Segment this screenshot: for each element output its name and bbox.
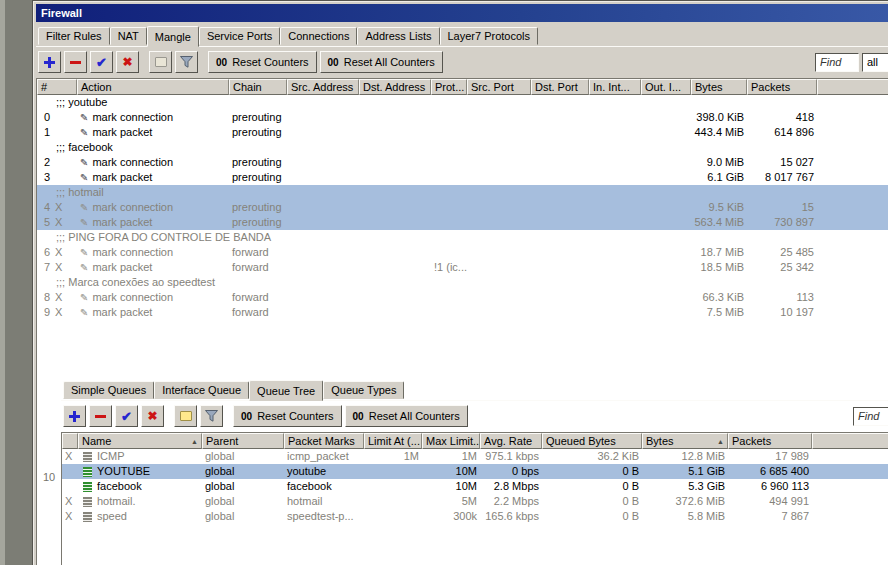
comment-row[interactable]: ;;; PING FORA DO CONTROLE DE BANDA bbox=[37, 230, 888, 245]
find-input[interactable]: Find bbox=[853, 407, 888, 426]
column-header[interactable]: Limit At (... bbox=[364, 433, 422, 449]
column-header[interactable]: Packets bbox=[728, 433, 812, 449]
column-header[interactable]: In. Int... bbox=[589, 79, 641, 95]
rule-row[interactable]: 7X✎mark packetforward!1 (ic...18.5 MiB25… bbox=[37, 260, 888, 275]
cell: 25 342 bbox=[747, 260, 817, 275]
queue-row[interactable]: Xhotmail.globalhotmail5M2.2 Mbps0 B372.6… bbox=[62, 494, 888, 509]
enable-button[interactable]: ✔ bbox=[90, 51, 113, 73]
queue-row[interactable]: Xspeedglobalspeedtest-p...300k165.6 kbps… bbox=[62, 509, 888, 524]
find-input[interactable]: Find bbox=[815, 53, 859, 72]
column-header[interactable]: # bbox=[37, 79, 77, 95]
cell: 5.1 GiB bbox=[642, 464, 728, 479]
rule-row[interactable]: 6X✎mark connectionforward18.7 MiB25 485 bbox=[37, 245, 888, 260]
column-header[interactable]: Action bbox=[77, 79, 229, 95]
column-header[interactable]: Out. I... bbox=[641, 79, 691, 95]
column-header[interactable]: Bytes bbox=[691, 79, 747, 95]
rule-row[interactable]: 3✎mark packetprerouting6.1 GiB8 017 767 bbox=[37, 170, 888, 185]
tab-layer7-protocols[interactable]: Layer7 Protocols bbox=[440, 27, 539, 45]
cell: 7.5 MiB bbox=[691, 305, 747, 320]
cell bbox=[641, 260, 691, 275]
action-label: mark packet bbox=[92, 171, 152, 183]
remove-button[interactable] bbox=[64, 51, 87, 73]
cell: 6 960 113 bbox=[728, 479, 812, 494]
filter-scope-dropdown[interactable]: all ▼ bbox=[862, 53, 888, 72]
reset-all-counters-button[interactable]: 00 Reset All Counters bbox=[345, 405, 468, 427]
tab-connections[interactable]: Connections bbox=[280, 27, 357, 45]
column-header[interactable]: Name▲ bbox=[78, 433, 202, 449]
tab-nat[interactable]: NAT bbox=[110, 27, 147, 45]
comment-row[interactable]: ;;; facebook bbox=[37, 140, 888, 155]
rule-row[interactable]: 4X✎mark connectionprerouting9.5 KiB15 bbox=[37, 200, 888, 215]
cell-filler bbox=[817, 245, 888, 260]
column-header[interactable] bbox=[62, 433, 78, 449]
cell: 36.2 KiB bbox=[542, 449, 642, 464]
add-button[interactable] bbox=[38, 51, 61, 73]
reset-counters-button[interactable]: 00 Reset Counters bbox=[233, 405, 342, 427]
remove-button[interactable] bbox=[89, 405, 112, 427]
rule-row[interactable]: 5X✎mark packetprerouting563.4 MiB730 897 bbox=[37, 215, 888, 230]
disable-button[interactable]: ✖ bbox=[141, 405, 164, 427]
comment-button[interactable] bbox=[174, 405, 197, 427]
comment-row[interactable]: ;;; Marca conexões ao speedtest bbox=[37, 275, 888, 290]
tab-interface-queue[interactable]: Interface Queue bbox=[154, 381, 249, 399]
filter-button[interactable] bbox=[200, 405, 223, 427]
column-header[interactable]: Avg. Rate bbox=[480, 433, 542, 449]
queue-row[interactable]: YOUTUBEglobalyoutube10M0 bps0 B5.1 GiB6 … bbox=[62, 464, 888, 479]
disable-button[interactable]: ✖ bbox=[116, 51, 139, 73]
firewall-tabs: Filter RulesNATMangleService PortsConnec… bbox=[36, 24, 888, 46]
cell: youtube bbox=[284, 464, 364, 479]
rule-row[interactable]: 1✎mark packetprerouting443.4 MiB614 896 bbox=[37, 125, 888, 140]
cell bbox=[431, 110, 467, 125]
rule-row[interactable]: 8X✎mark connectionforward66.3 KiB113 bbox=[37, 290, 888, 305]
reset-counters-button[interactable]: 00 Reset Counters bbox=[208, 51, 317, 73]
toolbar-right-group: Find all ▼ bbox=[815, 53, 888, 72]
tab-queue-tree[interactable]: Queue Tree bbox=[249, 380, 323, 401]
rule-row[interactable]: 9X✎mark packetforward7.5 MiB10 197 bbox=[37, 305, 888, 320]
tab-queue-types[interactable]: Queue Types bbox=[323, 381, 404, 399]
comment-button[interactable] bbox=[149, 51, 172, 73]
queue-icon bbox=[83, 452, 92, 462]
column-header[interactable]: Prot... bbox=[431, 79, 467, 95]
tab-mangle[interactable]: Mangle bbox=[147, 26, 199, 47]
cell: 0 B bbox=[542, 464, 642, 479]
cell: 17 989 bbox=[728, 449, 812, 464]
column-header-label: Max Limit.. bbox=[426, 435, 479, 447]
cell bbox=[589, 170, 641, 185]
reset-all-counters-button[interactable]: 00 Reset All Counters bbox=[320, 51, 443, 73]
cell: 730 897 bbox=[747, 215, 817, 230]
comment-row[interactable]: ;;; hotmail bbox=[37, 185, 888, 200]
cell: 563.4 MiB bbox=[691, 215, 747, 230]
column-header[interactable]: Parent bbox=[202, 433, 284, 449]
column-header[interactable]: Packet Marks bbox=[284, 433, 364, 449]
tab-service-ports[interactable]: Service Ports bbox=[199, 27, 280, 45]
cell bbox=[431, 170, 467, 185]
tab-address-lists[interactable]: Address Lists bbox=[357, 27, 439, 45]
add-button[interactable] bbox=[63, 405, 86, 427]
column-header[interactable]: Dst. Address bbox=[359, 79, 431, 95]
column-header[interactable]: Dst. Port bbox=[531, 79, 589, 95]
column-header[interactable]: Src. Port bbox=[467, 79, 531, 95]
column-header[interactable]: Src. Address bbox=[287, 79, 359, 95]
mark-icon: ✎ bbox=[80, 307, 88, 318]
enable-button[interactable]: ✔ bbox=[115, 405, 138, 427]
cell-filler bbox=[817, 170, 888, 185]
queue-row[interactable]: XICMPglobalicmp_packet1M1M975.1 kbps36.2… bbox=[62, 449, 888, 464]
comment-row[interactable]: ;;; youtube bbox=[37, 95, 888, 110]
rule-row[interactable]: 2✎mark connectionprerouting9.0 MiB15 027 bbox=[37, 155, 888, 170]
filter-button[interactable] bbox=[175, 51, 198, 73]
tab-simple-queues[interactable]: Simple Queues bbox=[63, 381, 154, 399]
firewall-titlebar[interactable]: Firewall bbox=[36, 4, 888, 22]
cell: 7 867 bbox=[728, 509, 812, 524]
column-header[interactable]: Max Limit.. bbox=[422, 433, 480, 449]
cell bbox=[531, 290, 589, 305]
column-header[interactable]: Chain bbox=[229, 79, 287, 95]
column-header[interactable]: Bytes▲ bbox=[642, 433, 728, 449]
column-header[interactable]: Queued Bytes bbox=[542, 433, 642, 449]
column-header[interactable]: Packets bbox=[747, 79, 817, 95]
rule-row[interactable]: 0✎mark connectionprerouting398.0 KiB418 bbox=[37, 110, 888, 125]
cell bbox=[364, 479, 422, 494]
queue-row[interactable]: facebookglobalfacebook10M2.8 Mbps0 B5.3 … bbox=[62, 479, 888, 494]
desktop-left-strip bbox=[0, 0, 5, 565]
cell: 12.8 MiB bbox=[642, 449, 728, 464]
tab-filter-rules[interactable]: Filter Rules bbox=[38, 27, 110, 45]
